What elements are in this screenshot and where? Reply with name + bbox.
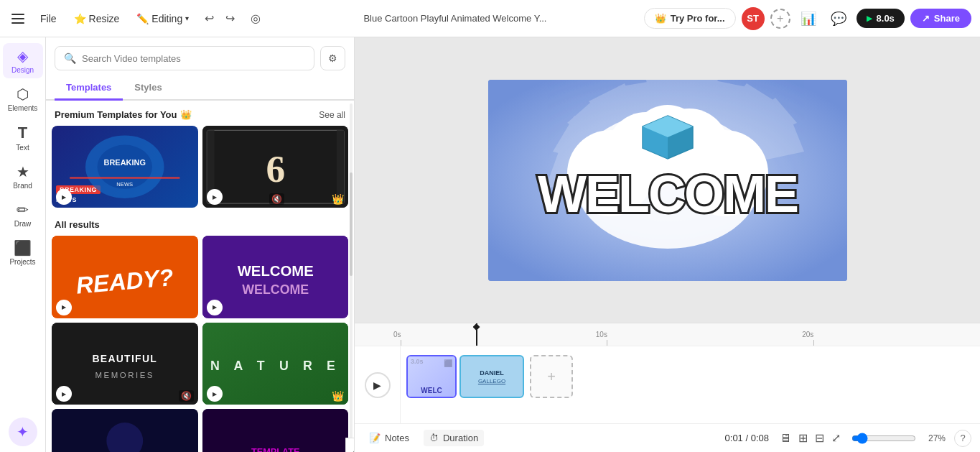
text-icon: T [18, 124, 27, 142]
template-card-dark2[interactable]: TEMPLATE ▶ [202, 409, 349, 452]
sidebar-label-design: Design [11, 66, 34, 74]
clip-welcome-text: WELC [421, 387, 442, 395]
memories-play-icon: ▶ [56, 386, 72, 402]
svg-text:WELCOME: WELCOME [242, 282, 309, 297]
welcome-purple-play-icon: ▶ [207, 300, 223, 315]
sidebar-item-brand[interactable]: ★ Brand [3, 159, 43, 194]
svg-rect-24 [202, 409, 349, 452]
template-card-memories[interactable]: BEAUTIFUL MEMORIES ▶ 🔇 [52, 323, 198, 405]
share-label: Share [934, 13, 960, 24]
chevron-down-icon: ▾ [185, 14, 189, 22]
template-card-news[interactable]: BREAKING NEWS BREAKING NEWS ▶ [52, 126, 198, 208]
tab-templates[interactable]: Templates [55, 76, 123, 101]
topbar: File ⭐ Resize ✏️ Editing ▾ ↩ ↪ ◎ Blue Ca… [0, 0, 980, 37]
notes-button[interactable]: 📝 Notes [363, 430, 415, 446]
left-sidebar: ◈ Design ⬡ Elements T Text ★ Brand ✏ Dra… [0, 37, 46, 452]
user-avatar[interactable]: ST [742, 7, 765, 30]
timeline-ruler: 0s 10s 20s 30s [355, 323, 980, 346]
filter-button[interactable]: ⚙ [320, 46, 345, 70]
canvas-preview: WELCOME [488, 80, 847, 281]
grid2-view-button[interactable]: ⊞ [796, 429, 810, 447]
see-all-link[interactable]: See all [319, 110, 345, 120]
editing-menu[interactable]: ✏️ Editing ▾ [131, 10, 195, 27]
canvas-area: WELCOME 0s 10s [355, 37, 980, 452]
undo-button[interactable]: ↩ [200, 9, 218, 28]
nature-card-overlay: ▶ 👑 [202, 383, 349, 405]
news-play-icon: ▶ [56, 189, 72, 205]
duration-button[interactable]: ⏱ Duration [424, 430, 484, 446]
redo-button[interactable]: ↪ [221, 9, 239, 28]
grid4-view-button[interactable]: ⊟ [813, 429, 826, 447]
svg-text:TEMPLATE: TEMPLATE [251, 447, 299, 452]
add-clip-button[interactable]: + [530, 355, 573, 398]
sidebar-item-draw[interactable]: ✏ Draw [3, 197, 43, 232]
analytics-button[interactable]: 📊 [796, 8, 821, 29]
clip-welcome[interactable]: 3.0s ⬛ WELC [406, 355, 457, 398]
resize-button[interactable]: ⭐ Resize [68, 10, 126, 27]
template-card-dark1[interactable]: VIDEO ▶ [52, 409, 198, 452]
sidebar-item-elements[interactable]: ⬡ Elements [3, 81, 43, 116]
all-results-text: All results [55, 219, 100, 230]
tab-styles[interactable]: Styles [123, 76, 173, 101]
all-results-section-header: All results [52, 216, 348, 236]
sidebar-item-projects[interactable]: ⬛ Projects [3, 235, 43, 270]
design-icon: ◈ [17, 47, 28, 65]
share-icon: ↗ [922, 13, 930, 24]
elements-icon: ⬡ [17, 86, 29, 103]
template-card-ready[interactable]: READY? ▶ [52, 236, 198, 318]
help-button[interactable]: ? [954, 430, 971, 447]
sidebar-label-brand: Brand [13, 182, 32, 190]
playhead[interactable] [476, 323, 477, 346]
file-menu[interactable]: File [34, 10, 62, 27]
notes-label: Notes [385, 433, 409, 443]
sidebar-label-elements: Elements [8, 104, 38, 112]
welcome-background: WELCOME [488, 80, 847, 281]
sidebar-label-projects: Projects [9, 258, 35, 266]
search-input[interactable] [82, 53, 305, 64]
template-card-welcome-purple[interactable]: WELCOME WELCOME ▶ [202, 236, 349, 318]
person-sub: GALLEGO [478, 378, 505, 384]
all-results-title: All results [55, 219, 100, 230]
templates-panel: 🔍 ⚙ Templates Styles Premium Templates f… [46, 37, 355, 452]
sidebar-item-text[interactable]: T Text [3, 119, 43, 156]
timeline-play-button[interactable]: ▶ [365, 372, 391, 398]
pro-label: Try Pro for... [671, 13, 725, 24]
zoom-slider[interactable] [851, 433, 916, 444]
clip-person-text: DANIEL GALLEGO [461, 356, 523, 397]
hamburger-menu[interactable] [9, 9, 29, 29]
try-pro-button[interactable]: 👑 Try Pro for... [644, 8, 736, 29]
magic-button[interactable]: ◎ [245, 9, 266, 28]
comments-button[interactable]: 💬 [826, 8, 851, 29]
panel-tabs: Templates Styles [46, 76, 354, 101]
clip-person[interactable]: DANIEL GALLEGO [459, 355, 524, 398]
sidebar-item-magic[interactable]: ✦ [9, 418, 37, 446]
undo-redo-group: ↩ ↪ [200, 9, 239, 28]
premium-section-header: Premium Templates for You 👑 See all [52, 106, 348, 126]
search-box[interactable]: 🔍 [55, 46, 314, 70]
marker-label-20s: 20s [802, 331, 813, 338]
canvas-wrapper[interactable]: WELCOME [355, 37, 980, 323]
resize-label: Resize [89, 13, 120, 24]
monitor-view-button[interactable]: 🖥 [778, 430, 793, 447]
playhead-diamond [473, 323, 480, 331]
countdown-play-icon: ▶ [207, 189, 223, 205]
svg-text:6: 6 [266, 147, 285, 190]
template-card-nature[interactable]: N A T U R E ▶ 👑 [202, 323, 349, 405]
premium-crown-icon: 👑 [180, 109, 192, 120]
mute-icon: 🔇 [269, 193, 284, 205]
expand-button[interactable]: ⤢ [829, 429, 843, 447]
sidebar-item-design[interactable]: ◈ Design [3, 43, 43, 78]
share-button[interactable]: ↗ Share [910, 9, 971, 28]
add-team-button[interactable]: + [770, 9, 790, 29]
duration-icon: ⏱ [429, 433, 439, 443]
notes-icon: 📝 [369, 433, 381, 443]
preview-play-button[interactable]: ▶ 8.0s [857, 9, 905, 28]
marker-label-10s: 10s [596, 331, 607, 338]
panel-collapse-button[interactable]: ‹ [345, 438, 355, 452]
template-card-countdown[interactable]: 6 ▶ 🔇 👑 [202, 126, 349, 208]
panel-scroll-indicator[interactable] [350, 103, 353, 449]
news-card-overlay: ▶ [52, 186, 198, 208]
time-display: 0:01 / 0:08 [725, 433, 769, 443]
svg-text:MEMORIES: MEMORIES [95, 371, 154, 379]
countdown-card-overlay: ▶ 🔇 👑 [202, 186, 349, 208]
